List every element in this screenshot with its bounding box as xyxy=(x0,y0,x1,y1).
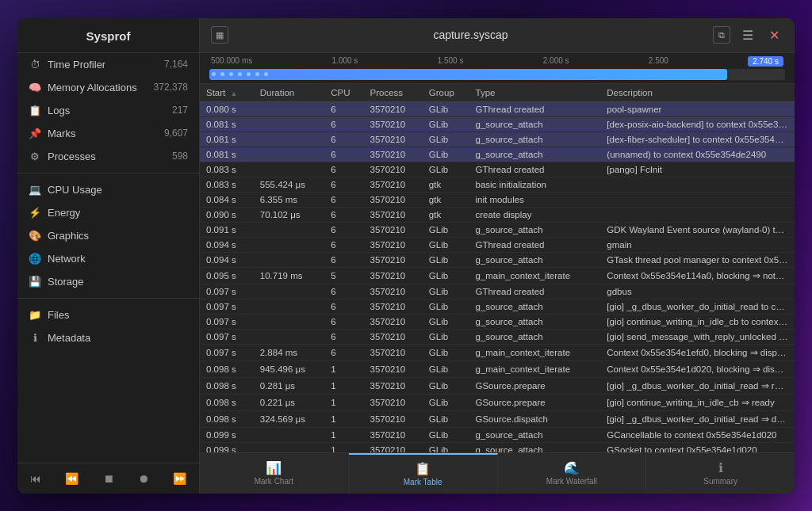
cell-start: 0.098 s xyxy=(200,410,254,427)
table-row[interactable]: 0.091 s 6 3570210 GLib g_source_attach G… xyxy=(200,222,795,237)
menu-button[interactable]: ☰ xyxy=(738,26,757,44)
mark-chart-icon: 📊 xyxy=(266,460,282,475)
cell-type: g_main_context_iterate xyxy=(469,267,601,284)
cell-desc: GTask thread pool manager to context 0x5… xyxy=(600,252,795,267)
title-bar-left: ▦ xyxy=(211,26,228,44)
sidebar-separator xyxy=(17,298,199,299)
table-row[interactable]: 0.081 s 6 3570210 GLib g_source_attach (… xyxy=(200,147,795,162)
cell-group: GLib xyxy=(423,299,469,314)
cell-desc: [gio] continue_writing_in_idle_cb ⇒ read… xyxy=(600,394,795,410)
restore-icon[interactable]: ⧉ xyxy=(713,26,730,44)
timeline-markers xyxy=(209,69,785,80)
sidebar-item-cpu-usage[interactable]: 💻 CPU Usage xyxy=(17,178,199,201)
cell-process: 3570210 xyxy=(363,267,422,284)
sidebar-item-network[interactable]: 🌐 Network xyxy=(17,247,199,270)
cell-group: GLib xyxy=(423,237,469,252)
sidebar-item-logs[interactable]: 📋 Logs 217 xyxy=(17,99,199,122)
table-row[interactable]: 0.081 s 6 3570210 GLib g_source_attach [… xyxy=(200,132,795,147)
footer-record-button[interactable]: ⏺ xyxy=(133,470,154,487)
sidebar-item-storage[interactable]: 💾 Storage xyxy=(17,270,199,293)
title-bar-center: capture.syscap xyxy=(433,29,508,41)
table-row[interactable]: 0.098 s 945.496 μs 1 3570210 GLib g_main… xyxy=(200,360,795,377)
cell-desc: [dex-posix-aio-backend] to context 0x55e… xyxy=(600,116,795,132)
sidebar-item-processes[interactable]: ⚙ Processes 598 xyxy=(17,145,199,168)
tab-mark-waterfall[interactable]: 🌊 Mark Waterfall xyxy=(498,453,647,494)
sidebar-item-graphics[interactable]: 🎨 Graphics xyxy=(17,224,199,247)
title-bar-right: ⧉ ☰ ✕ xyxy=(713,26,783,44)
table-row[interactable]: 0.098 s 324.569 μs 1 3570210 GLib GSourc… xyxy=(200,410,795,427)
table-row[interactable]: 0.094 s 6 3570210 GLib g_source_attach G… xyxy=(200,252,795,267)
cell-group: GLib xyxy=(423,410,469,427)
cell-group: GLib xyxy=(423,329,469,344)
marker-dot xyxy=(264,72,268,76)
col-process[interactable]: Process xyxy=(363,84,422,102)
cell-process: 3570210 xyxy=(363,252,422,267)
footer-rewind-button[interactable]: ⏪ xyxy=(60,470,83,487)
close-button[interactable]: ✕ xyxy=(765,26,783,44)
sidebar-item-energy[interactable]: ⚡ Energy xyxy=(17,201,199,224)
sidebar-item-time-profiler[interactable]: ⏱ Time Profiler 7,164 xyxy=(17,53,199,76)
cell-group: gtk xyxy=(423,192,469,207)
col-duration[interactable]: Duration xyxy=(254,84,324,102)
table-row[interactable]: 0.099 s 1 3570210 GLib g_source_attach G… xyxy=(200,442,795,452)
sidebar-item-metadata[interactable]: ℹ Metadata xyxy=(17,326,199,349)
cell-desc: gdbus xyxy=(600,284,795,299)
cell-type: GSource.dispatch xyxy=(469,410,601,427)
sidebar-item-marks[interactable]: 📌 Marks 9,607 xyxy=(17,122,199,145)
table-row[interactable]: 0.097 s 6 3570210 GLib g_source_attach [… xyxy=(200,329,795,344)
logs-label: Logs xyxy=(48,105,172,116)
table-row[interactable]: 0.081 s 6 3570210 GLib g_source_attach [… xyxy=(200,116,795,132)
cell-process: 3570210 xyxy=(363,410,422,427)
footer-stop-button[interactable]: ⏹ xyxy=(98,470,119,487)
col-cpu[interactable]: CPU xyxy=(324,84,363,102)
table-row[interactable]: 0.080 s 6 3570210 GLib GThread created p… xyxy=(200,101,795,116)
data-table-container[interactable]: Start ▲ Duration CPU Process Group Type … xyxy=(200,84,795,452)
table-row[interactable]: 0.084 s 6.355 ms 6 3570210 gtk init modu… xyxy=(200,192,795,207)
cell-type: g_source_attach xyxy=(469,299,601,314)
cell-desc: [dex-fiber-scheduler] to context 0x55e35… xyxy=(600,132,795,147)
footer-prev-button[interactable]: ⏮ xyxy=(25,470,46,487)
footer-forward-button[interactable]: ⏩ xyxy=(168,470,191,487)
col-description[interactable]: Description xyxy=(600,84,795,102)
tab-summary[interactable]: ℹ Summary xyxy=(646,453,795,494)
cell-desc: (unnamed) to context 0x55e354de2490 xyxy=(600,147,795,162)
table-row[interactable]: 0.097 s 2.884 ms 6 3570210 GLib g_main_c… xyxy=(200,344,795,360)
panel-toggle-icon[interactable]: ▦ xyxy=(211,26,228,44)
cell-desc: [gio] _g_dbus_worker_do_initial_read ⇒ r… xyxy=(600,377,795,394)
col-start[interactable]: Start ▲ xyxy=(200,84,254,102)
cell-group: GLib xyxy=(423,132,469,147)
cell-cpu: 6 xyxy=(324,252,363,267)
table-row[interactable]: 0.094 s 6 3570210 GLib GThread created g… xyxy=(200,237,795,252)
table-row[interactable]: 0.083 s 6 3570210 GLib GThread created [… xyxy=(200,162,795,177)
cell-start: 0.084 s xyxy=(200,192,254,207)
table-row[interactable]: 0.097 s 6 3570210 GLib g_source_attach [… xyxy=(200,299,795,314)
processes-label: Processes xyxy=(48,151,172,162)
cell-process: 3570210 xyxy=(363,377,422,394)
timeline-bar: 500.000 ms 1.000 s 1.500 s 2.000 s 2.500… xyxy=(200,53,795,84)
table-row[interactable]: 0.099 s 1 3570210 GLib g_source_attach G… xyxy=(200,427,795,442)
timeline-track[interactable] xyxy=(209,69,785,80)
timeline-label-2: 1.000 s xyxy=(332,56,358,67)
cell-duration xyxy=(254,329,324,344)
sidebar-item-memory-allocations[interactable]: 🧠 Memory Allocations 372,378 xyxy=(17,76,199,99)
cell-type: g_source_attach xyxy=(469,222,601,237)
sidebar-item-files[interactable]: 📁 Files xyxy=(17,303,199,326)
col-group[interactable]: Group xyxy=(423,84,469,102)
table-row[interactable]: 0.090 s 70.102 μs 6 3570210 gtk create d… xyxy=(200,207,795,222)
table-row[interactable]: 0.095 s 10.719 ms 5 3570210 GLib g_main_… xyxy=(200,267,795,284)
cell-process: 3570210 xyxy=(363,101,422,116)
col-type[interactable]: Type xyxy=(469,84,601,102)
table-row[interactable]: 0.097 s 6 3570210 GLib GThread created g… xyxy=(200,284,795,299)
cell-process: 3570210 xyxy=(363,442,422,452)
cell-cpu: 6 xyxy=(324,237,363,252)
cell-type: create display xyxy=(469,207,601,222)
tab-mark-chart[interactable]: 📊 Mark Chart xyxy=(200,453,349,494)
table-row[interactable]: 0.083 s 555.424 μs 6 3570210 gtk basic i… xyxy=(200,177,795,192)
marker-dot xyxy=(255,72,259,76)
cell-type: g_main_context_iterate xyxy=(469,360,601,377)
cell-group: GLib xyxy=(423,284,469,299)
table-row[interactable]: 0.097 s 6 3570210 GLib g_source_attach [… xyxy=(200,314,795,329)
tab-mark-table[interactable]: 📋 Mark Table xyxy=(349,453,498,494)
table-row[interactable]: 0.098 s 0.281 μs 1 3570210 GLib GSource.… xyxy=(200,377,795,394)
table-row[interactable]: 0.098 s 0.221 μs 1 3570210 GLib GSource.… xyxy=(200,394,795,410)
